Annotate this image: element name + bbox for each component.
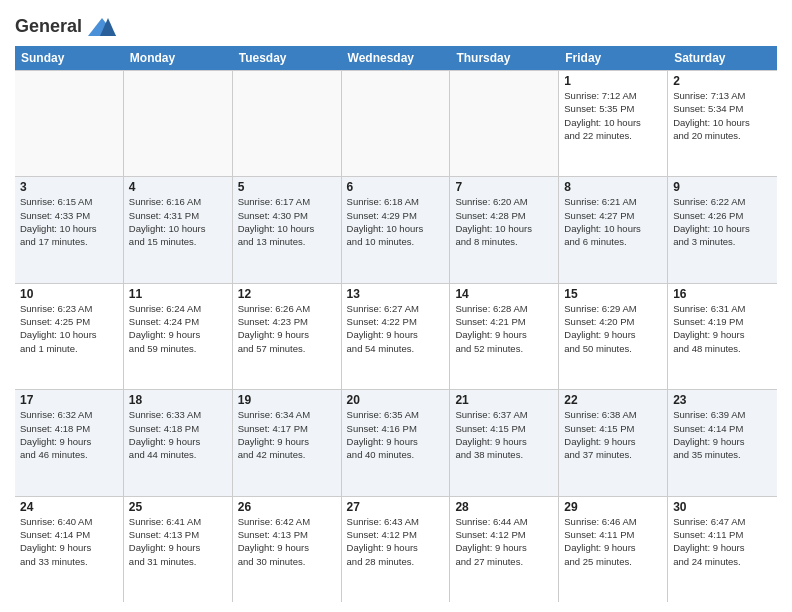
day-number: 12 bbox=[238, 287, 336, 301]
day-info: Sunrise: 6:40 AMSunset: 4:14 PMDaylight:… bbox=[20, 515, 118, 568]
day-info: Sunrise: 6:24 AMSunset: 4:24 PMDaylight:… bbox=[129, 302, 227, 355]
empty-cell bbox=[124, 71, 233, 176]
day-cell-13: 13Sunrise: 6:27 AMSunset: 4:22 PMDayligh… bbox=[342, 284, 451, 389]
day-cell-18: 18Sunrise: 6:33 AMSunset: 4:18 PMDayligh… bbox=[124, 390, 233, 495]
day-info: Sunrise: 6:26 AMSunset: 4:23 PMDaylight:… bbox=[238, 302, 336, 355]
logo-text: General bbox=[15, 14, 118, 40]
day-number: 26 bbox=[238, 500, 336, 514]
day-number: 27 bbox=[347, 500, 445, 514]
day-cell-25: 25Sunrise: 6:41 AMSunset: 4:13 PMDayligh… bbox=[124, 497, 233, 602]
header-day-sunday: Sunday bbox=[15, 46, 124, 70]
day-number: 8 bbox=[564, 180, 662, 194]
day-number: 22 bbox=[564, 393, 662, 407]
day-number: 28 bbox=[455, 500, 553, 514]
day-info: Sunrise: 6:37 AMSunset: 4:15 PMDaylight:… bbox=[455, 408, 553, 461]
day-number: 6 bbox=[347, 180, 445, 194]
day-info: Sunrise: 6:43 AMSunset: 4:12 PMDaylight:… bbox=[347, 515, 445, 568]
day-info: Sunrise: 6:34 AMSunset: 4:17 PMDaylight:… bbox=[238, 408, 336, 461]
empty-cell bbox=[15, 71, 124, 176]
day-cell-30: 30Sunrise: 6:47 AMSunset: 4:11 PMDayligh… bbox=[668, 497, 777, 602]
day-info: Sunrise: 6:28 AMSunset: 4:21 PMDaylight:… bbox=[455, 302, 553, 355]
day-info: Sunrise: 6:29 AMSunset: 4:20 PMDaylight:… bbox=[564, 302, 662, 355]
day-info: Sunrise: 6:31 AMSunset: 4:19 PMDaylight:… bbox=[673, 302, 772, 355]
logo: General bbox=[15, 14, 118, 40]
day-cell-4: 4Sunrise: 6:16 AMSunset: 4:31 PMDaylight… bbox=[124, 177, 233, 282]
day-number: 19 bbox=[238, 393, 336, 407]
calendar-header: SundayMondayTuesdayWednesdayThursdayFrid… bbox=[15, 46, 777, 70]
day-info: Sunrise: 6:42 AMSunset: 4:13 PMDaylight:… bbox=[238, 515, 336, 568]
day-cell-17: 17Sunrise: 6:32 AMSunset: 4:18 PMDayligh… bbox=[15, 390, 124, 495]
day-number: 29 bbox=[564, 500, 662, 514]
header: General bbox=[15, 10, 777, 40]
week-row-5: 24Sunrise: 6:40 AMSunset: 4:14 PMDayligh… bbox=[15, 497, 777, 602]
day-cell-7: 7Sunrise: 6:20 AMSunset: 4:28 PMDaylight… bbox=[450, 177, 559, 282]
day-cell-28: 28Sunrise: 6:44 AMSunset: 4:12 PMDayligh… bbox=[450, 497, 559, 602]
day-info: Sunrise: 6:35 AMSunset: 4:16 PMDaylight:… bbox=[347, 408, 445, 461]
day-info: Sunrise: 6:16 AMSunset: 4:31 PMDaylight:… bbox=[129, 195, 227, 248]
day-cell-6: 6Sunrise: 6:18 AMSunset: 4:29 PMDaylight… bbox=[342, 177, 451, 282]
empty-cell bbox=[450, 71, 559, 176]
day-cell-3: 3Sunrise: 6:15 AMSunset: 4:33 PMDaylight… bbox=[15, 177, 124, 282]
day-info: Sunrise: 7:12 AMSunset: 5:35 PMDaylight:… bbox=[564, 89, 662, 142]
day-cell-29: 29Sunrise: 6:46 AMSunset: 4:11 PMDayligh… bbox=[559, 497, 668, 602]
day-number: 25 bbox=[129, 500, 227, 514]
header-day-saturday: Saturday bbox=[668, 46, 777, 70]
day-cell-24: 24Sunrise: 6:40 AMSunset: 4:14 PMDayligh… bbox=[15, 497, 124, 602]
day-info: Sunrise: 6:17 AMSunset: 4:30 PMDaylight:… bbox=[238, 195, 336, 248]
day-info: Sunrise: 6:22 AMSunset: 4:26 PMDaylight:… bbox=[673, 195, 772, 248]
day-cell-14: 14Sunrise: 6:28 AMSunset: 4:21 PMDayligh… bbox=[450, 284, 559, 389]
day-cell-5: 5Sunrise: 6:17 AMSunset: 4:30 PMDaylight… bbox=[233, 177, 342, 282]
day-number: 4 bbox=[129, 180, 227, 194]
day-cell-12: 12Sunrise: 6:26 AMSunset: 4:23 PMDayligh… bbox=[233, 284, 342, 389]
day-number: 14 bbox=[455, 287, 553, 301]
day-cell-1: 1Sunrise: 7:12 AMSunset: 5:35 PMDaylight… bbox=[559, 71, 668, 176]
empty-cell bbox=[342, 71, 451, 176]
day-info: Sunrise: 7:13 AMSunset: 5:34 PMDaylight:… bbox=[673, 89, 772, 142]
day-number: 5 bbox=[238, 180, 336, 194]
week-row-3: 10Sunrise: 6:23 AMSunset: 4:25 PMDayligh… bbox=[15, 284, 777, 390]
day-info: Sunrise: 6:47 AMSunset: 4:11 PMDaylight:… bbox=[673, 515, 772, 568]
day-number: 11 bbox=[129, 287, 227, 301]
day-number: 16 bbox=[673, 287, 772, 301]
day-info: Sunrise: 6:21 AMSunset: 4:27 PMDaylight:… bbox=[564, 195, 662, 248]
day-cell-9: 9Sunrise: 6:22 AMSunset: 4:26 PMDaylight… bbox=[668, 177, 777, 282]
day-cell-19: 19Sunrise: 6:34 AMSunset: 4:17 PMDayligh… bbox=[233, 390, 342, 495]
header-day-tuesday: Tuesday bbox=[233, 46, 342, 70]
header-day-wednesday: Wednesday bbox=[342, 46, 451, 70]
day-info: Sunrise: 6:39 AMSunset: 4:14 PMDaylight:… bbox=[673, 408, 772, 461]
day-info: Sunrise: 6:46 AMSunset: 4:11 PMDaylight:… bbox=[564, 515, 662, 568]
day-info: Sunrise: 6:23 AMSunset: 4:25 PMDaylight:… bbox=[20, 302, 118, 355]
day-cell-23: 23Sunrise: 6:39 AMSunset: 4:14 PMDayligh… bbox=[668, 390, 777, 495]
day-info: Sunrise: 6:32 AMSunset: 4:18 PMDaylight:… bbox=[20, 408, 118, 461]
day-info: Sunrise: 6:20 AMSunset: 4:28 PMDaylight:… bbox=[455, 195, 553, 248]
day-cell-11: 11Sunrise: 6:24 AMSunset: 4:24 PMDayligh… bbox=[124, 284, 233, 389]
day-cell-26: 26Sunrise: 6:42 AMSunset: 4:13 PMDayligh… bbox=[233, 497, 342, 602]
day-number: 30 bbox=[673, 500, 772, 514]
day-number: 2 bbox=[673, 74, 772, 88]
day-info: Sunrise: 6:38 AMSunset: 4:15 PMDaylight:… bbox=[564, 408, 662, 461]
calendar-body: 1Sunrise: 7:12 AMSunset: 5:35 PMDaylight… bbox=[15, 70, 777, 602]
logo-icon bbox=[86, 16, 118, 40]
day-number: 3 bbox=[20, 180, 118, 194]
day-number: 20 bbox=[347, 393, 445, 407]
day-number: 10 bbox=[20, 287, 118, 301]
day-number: 24 bbox=[20, 500, 118, 514]
day-number: 1 bbox=[564, 74, 662, 88]
day-info: Sunrise: 6:15 AMSunset: 4:33 PMDaylight:… bbox=[20, 195, 118, 248]
day-number: 18 bbox=[129, 393, 227, 407]
day-info: Sunrise: 6:18 AMSunset: 4:29 PMDaylight:… bbox=[347, 195, 445, 248]
day-number: 17 bbox=[20, 393, 118, 407]
header-day-monday: Monday bbox=[124, 46, 233, 70]
header-day-thursday: Thursday bbox=[450, 46, 559, 70]
day-cell-8: 8Sunrise: 6:21 AMSunset: 4:27 PMDaylight… bbox=[559, 177, 668, 282]
day-info: Sunrise: 6:27 AMSunset: 4:22 PMDaylight:… bbox=[347, 302, 445, 355]
day-cell-15: 15Sunrise: 6:29 AMSunset: 4:20 PMDayligh… bbox=[559, 284, 668, 389]
day-number: 21 bbox=[455, 393, 553, 407]
day-cell-2: 2Sunrise: 7:13 AMSunset: 5:34 PMDaylight… bbox=[668, 71, 777, 176]
day-cell-27: 27Sunrise: 6:43 AMSunset: 4:12 PMDayligh… bbox=[342, 497, 451, 602]
day-info: Sunrise: 6:44 AMSunset: 4:12 PMDaylight:… bbox=[455, 515, 553, 568]
page: General SundayMondayTuesdayWednesdayThur… bbox=[0, 0, 792, 612]
day-cell-10: 10Sunrise: 6:23 AMSunset: 4:25 PMDayligh… bbox=[15, 284, 124, 389]
day-cell-20: 20Sunrise: 6:35 AMSunset: 4:16 PMDayligh… bbox=[342, 390, 451, 495]
day-number: 15 bbox=[564, 287, 662, 301]
